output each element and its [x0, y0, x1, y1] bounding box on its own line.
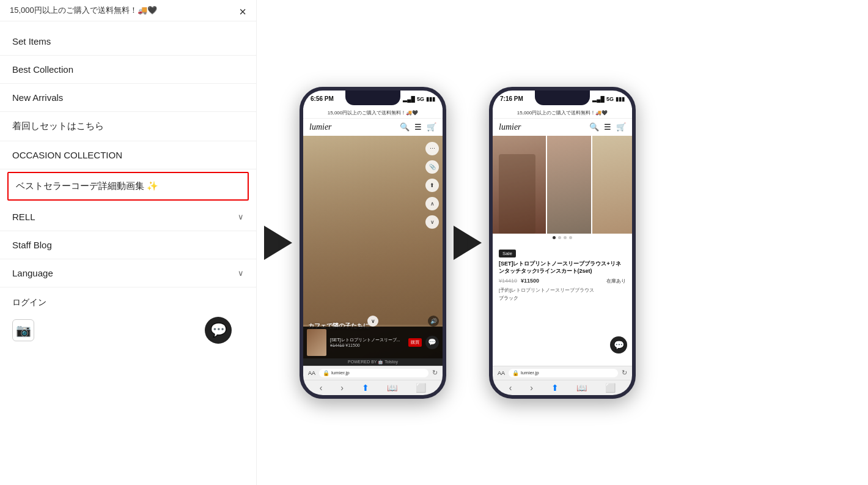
menu-icon[interactable]: ☰	[414, 122, 422, 131]
browser-bar-1: AA 🔒 lumier.jp ↻	[303, 366, 443, 380]
browser-nav-1: ‹ › ⬆ 📖 ⬜	[303, 380, 443, 395]
menu-item-bestseller-videos[interactable]: ベストセラーコーデ詳細動画集 ✨	[7, 172, 249, 201]
up-button[interactable]: ∧	[425, 197, 439, 210]
down-button[interactable]: ∨	[425, 215, 439, 229]
chevron-down-icon: ∨	[238, 212, 244, 221]
product-detail-section: Sale [SET]レトロプリントノースリーブブラウス+リネンタッチタックIライ…	[493, 242, 632, 306]
hero-side-buttons: ⋯ 📎 ⬆ ∧ ∨	[425, 142, 439, 229]
phone-notch	[345, 91, 400, 105]
search-icon-2[interactable]: 🔍	[589, 122, 599, 131]
product-image-2	[547, 136, 591, 234]
stock-badge: 在庫あり	[606, 278, 626, 284]
arrow-shape	[264, 226, 292, 260]
instagram-button[interactable]: 📷	[12, 319, 34, 341]
bookmark-button-1[interactable]: 📖	[387, 383, 397, 393]
menu-item-label: OCCASION COLLECTION	[12, 150, 122, 160]
dot-1[interactable]	[553, 236, 556, 239]
main-layout: 15,000円以上のご購入で送料無料！🚚🖤 × Set Items Best C…	[0, 0, 868, 485]
menu-item-label: New Arrivals	[12, 92, 63, 103]
phone-1: 6:56 PM ▂▄█ 5G ▮▮▮ 15,000円以上のご購入で送料無料！🚚🖤…	[300, 87, 446, 399]
menu-icon-2[interactable]: ☰	[604, 122, 611, 131]
image-dots	[493, 234, 632, 242]
close-button[interactable]: ×	[239, 5, 246, 19]
product-price-2: ¥14410 ¥11500 在庫あり	[499, 278, 626, 284]
product-image-3	[592, 136, 632, 234]
price-new-2: ¥11500	[521, 278, 539, 284]
phone-content-1: 15,000円以上のご購入で送料無料！🚚🖤 lumier 🔍 ☰ 🛒 ⋯ 📎	[303, 108, 443, 366]
chat-bubble-1[interactable]: 💬	[425, 336, 439, 349]
bookmark-button-2[interactable]: 📖	[576, 383, 587, 393]
url-text-2: lumier.jp	[521, 370, 539, 376]
time-2: 7:16 PM	[500, 95, 523, 102]
forward-button-2[interactable]: ›	[530, 383, 533, 393]
reload-button-2[interactable]: ↻	[622, 369, 627, 377]
menu-item-best-collection[interactable]: Best Collection	[0, 56, 256, 84]
phone-header-2: lumier 🔍 ☰ 🛒	[493, 119, 632, 136]
phone-content-2: 15,000円以上のご購入で送料無料！🚚🖤 lumier 🔍 ☰ 🛒	[493, 108, 632, 366]
hero-image-1	[303, 136, 443, 325]
more-button[interactable]: ⋯	[425, 142, 439, 155]
network-icon: 5G	[417, 96, 424, 102]
text-size-control-2[interactable]: AA	[498, 370, 505, 376]
announcement-text: 15,000円以上のご購入で送料無料！🚚🖤	[10, 6, 157, 15]
menu-item-label: Set Items	[12, 36, 51, 46]
phone-header-icons-2: 🔍 ☰ 🛒	[589, 122, 626, 131]
arrow-shape-2	[454, 226, 482, 260]
dot-3[interactable]	[564, 236, 567, 239]
back-button-2[interactable]: ‹	[509, 383, 512, 393]
phone-header-1: lumier 🔍 ☰ 🛒	[303, 119, 443, 136]
menu-item-staff-blog[interactable]: Staff Blog	[0, 231, 256, 259]
share-nav-button-2[interactable]: ⬆	[551, 383, 559, 393]
menu-item-label: Staff Blog	[12, 240, 52, 250]
product-bar-1: [SET]レトロプリントノースリーブ... ¥14410 ¥11500 購買 💬	[303, 327, 443, 358]
url-bar-2[interactable]: 🔒 lumier.jp	[509, 369, 618, 377]
arrow-2	[446, 0, 489, 485]
volume-button[interactable]: 🔊	[428, 316, 439, 327]
chevron-down-icon: ∨	[238, 268, 244, 278]
dot-2[interactable]	[558, 236, 561, 239]
dot-4[interactable]	[569, 236, 572, 239]
menu-item-rell[interactable]: RELL ∨	[0, 203, 256, 231]
instagram-icon: 📷	[16, 323, 31, 338]
product-images-grid	[493, 136, 632, 234]
search-icon[interactable]: 🔍	[400, 122, 410, 131]
phone-announcement-2: 15,000円以上のご購入で送料無料！🚚🖤	[493, 108, 632, 119]
back-button-1[interactable]: ‹	[320, 383, 323, 393]
chat-button[interactable]: 💬	[205, 317, 232, 344]
status-right-1: ▂▄█ 5G ▮▮▮	[403, 96, 435, 102]
share-nav-button-1[interactable]: ⬆	[362, 383, 369, 393]
save-button[interactable]: 📎	[425, 160, 439, 174]
url-bar-1[interactable]: 🔒 lumier.jp	[319, 369, 428, 377]
reload-button-1[interactable]: ↻	[432, 369, 438, 377]
expand-button[interactable]: ∨	[367, 316, 378, 327]
menu-item-coordinations[interactable]: 着回しセットはこちら	[0, 112, 256, 141]
cart-icon-2[interactable]: 🛒	[616, 122, 626, 131]
forward-button-1[interactable]: ›	[340, 383, 344, 393]
menu-item-set-items[interactable]: Set Items	[0, 28, 256, 56]
menu-item-label: 着回しセットはこちら	[12, 120, 104, 132]
chat-bubble-2[interactable]: 💬	[610, 336, 627, 354]
phone-logo-1: lumier	[309, 122, 332, 132]
tabs-button-1[interactable]: ⬜	[416, 383, 426, 393]
product-name-1: [SET]レトロプリントノースリーブ...	[330, 337, 405, 342]
menu-list: Set Items Best Collection New Arrivals 着…	[0, 28, 256, 287]
menu-item-occasion-collection[interactable]: OCCASION COLLECTION	[0, 141, 256, 169]
text-size-control[interactable]: AA	[308, 370, 315, 376]
menu-item-language[interactable]: Language ∨	[0, 259, 256, 287]
share-button[interactable]: ⬆	[425, 179, 439, 192]
product-title-2: [SET]レトロプリントノースリーブブラウス+リネンタッチタックIラインスカート…	[499, 260, 626, 275]
chat-icon-2: 💬	[614, 340, 624, 350]
phone-header-icons-1: 🔍 ☰ 🛒	[400, 122, 436, 131]
login-label[interactable]: ログイン	[12, 297, 244, 308]
cart-icon[interactable]: 🛒	[427, 122, 436, 131]
signal-icon: ▂▄█	[403, 96, 415, 102]
phone-2-section: 7:16 PM ▂▄█ 5G ▮▮▮ 15,000円以上のご購入で送料無料！🚚🖤…	[489, 0, 636, 485]
url-text-1: lumier.jp	[331, 370, 350, 376]
announcement-bar: 15,000円以上のご購入で送料無料！🚚🖤	[0, 0, 256, 21]
menu-item-label: Best Collection	[12, 64, 73, 75]
buy-button[interactable]: 購買	[408, 338, 422, 347]
product-image-1	[493, 136, 546, 234]
tabs-button-2[interactable]: ⬜	[605, 383, 616, 393]
product-thumbnail	[307, 329, 326, 356]
menu-item-new-arrivals[interactable]: New Arrivals	[0, 84, 256, 112]
